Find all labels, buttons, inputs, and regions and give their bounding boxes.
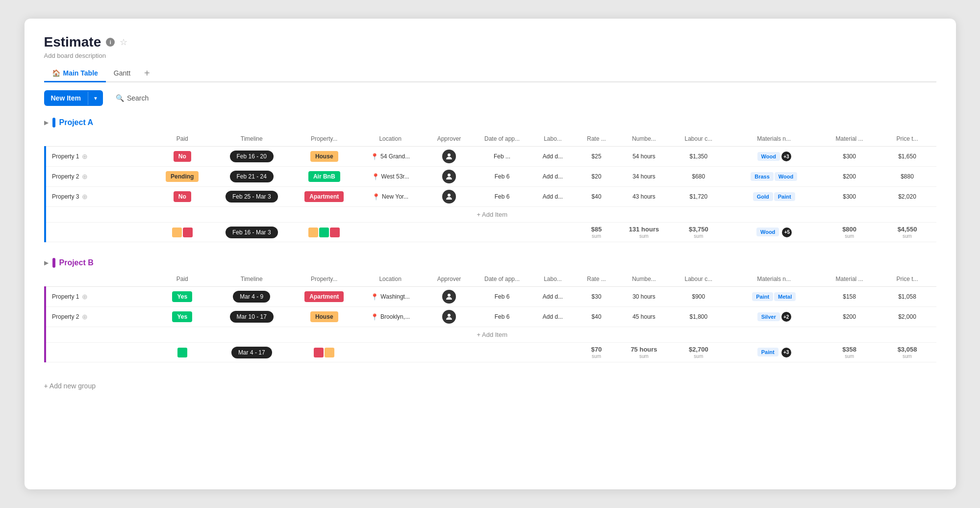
col-b-header-approver[interactable]: Approver [425,272,473,287]
col-b-header-property[interactable]: Property... [293,272,355,287]
extra-badge: +2 [781,312,791,322]
row-timeline[interactable]: Feb 25 - Mar 3 [210,187,293,207]
board-title: Estimate [44,34,101,50]
row-name-label[interactable]: Property 2 [52,173,79,180]
add-subitem-icon[interactable]: ⊕ [82,152,88,160]
row-location[interactable]: 📍 West 53r... [355,167,425,187]
row-timeline[interactable]: Mar 10 - 17 [210,307,293,327]
row-rate: $20 [575,167,618,187]
sum-paid [154,223,210,242]
caret-down-icon[interactable]: ▼ [88,92,103,105]
row-name: Property 2 ⊕ [48,307,154,327]
row-timeline[interactable]: Feb 21 - 24 [210,167,293,187]
new-item-button[interactable]: New Item ▼ [44,90,103,106]
row-location[interactable]: 📍 Washingt... [355,287,425,307]
col-header-property[interactable]: Property... [293,131,355,147]
row-location[interactable]: 📍 54 Grand... [355,147,425,167]
row-property-type[interactable]: House [293,307,355,327]
table-row: Property 3 ⊕ No Feb 25 - Mar 3 Apartment… [45,187,936,207]
add-subitem-icon[interactable]: ⊕ [82,173,88,180]
add-new-group[interactable]: + Add new group [44,378,936,394]
collapse-icon[interactable]: ▶ [44,119,49,126]
col-header-location[interactable]: Location [355,131,425,147]
collapse-b-icon[interactable]: ▶ [44,259,49,266]
search-button[interactable]: 🔍 Search [111,91,153,105]
group-a-title[interactable]: Project A [59,118,94,127]
add-item-row[interactable]: + Add Item [45,327,936,343]
col-header-number[interactable]: Numbe... [618,131,670,147]
row-name: Property 1 ⊕ [48,147,154,167]
location-text: Brooklyn,... [380,313,410,320]
col-b-header-matcost[interactable]: Material ... [821,272,879,287]
row-timeline[interactable]: Mar 4 - 9 [210,287,293,307]
col-header-matcost[interactable]: Material ... [821,131,879,147]
row-materials: Silver+2 [728,307,821,327]
row-property-type[interactable]: Air BnB [293,167,355,187]
row-paid[interactable]: No [154,187,210,207]
row-approver[interactable] [425,287,473,307]
row-location[interactable]: 📍 New Yor... [355,187,425,207]
row-location[interactable]: 📍 Brooklyn,... [355,307,425,327]
star-icon[interactable]: ☆ [120,37,127,48]
group-b-title[interactable]: Project B [59,258,94,267]
row-approver[interactable] [425,147,473,167]
row-paid[interactable]: Pending [154,167,210,187]
col-b-header-matn[interactable]: Materials n... [728,272,821,287]
tab-add[interactable]: + [138,66,156,81]
col-b-header-location[interactable]: Location [355,272,425,287]
row-approver[interactable] [425,187,473,207]
row-name-label[interactable]: Property 2 [52,313,79,320]
row-approver[interactable] [425,307,473,327]
col-b-header-timeline[interactable]: Timeline [210,272,293,287]
row-name-label[interactable]: Property 1 [52,153,79,160]
add-subitem-icon[interactable]: ⊕ [82,313,88,321]
row-date-app: Feb 6 [473,187,531,207]
col-header-dateapp[interactable]: Date of app... [473,131,531,147]
row-date-app: Feb 6 [473,287,531,307]
board-header: Estimate i ☆ Add board description [44,34,936,59]
row-timeline[interactable]: Feb 16 - 20 [210,147,293,167]
row-labour: Add d... [531,187,575,207]
row-date-app: Feb 6 [473,167,531,187]
col-b-header-rate[interactable]: Rate ... [575,272,618,287]
add-item-label[interactable]: + Add Item [48,207,936,223]
info-icon[interactable]: i [106,38,115,47]
add-subitem-icon[interactable]: ⊕ [82,293,88,301]
row-property-type[interactable]: Apartment [293,287,355,307]
col-header-timeline[interactable]: Timeline [210,131,293,147]
material-tag: Metal [774,292,796,301]
add-item-row[interactable]: + Add Item [45,207,936,223]
row-materials: Wood+3 [728,147,821,167]
col-b-header-labourc[interactable]: Labour c... [670,272,728,287]
row-approver[interactable] [425,167,473,187]
sum-row: Mar 4 - 17 $70sum 75 hourssum $2,700sum … [45,343,936,362]
col-header-price[interactable]: Price t... [879,131,936,147]
row-paid[interactable]: Yes [154,287,210,307]
row-paid[interactable]: Yes [154,307,210,327]
sum-paid [154,343,210,362]
col-b-header-price[interactable]: Price t... [879,272,936,287]
col-header-matn[interactable]: Materials n... [728,131,821,147]
col-b-header-paid[interactable]: Paid [154,272,210,287]
row-property-type[interactable]: Apartment [293,187,355,207]
col-header-paid[interactable]: Paid [154,131,210,147]
col-header-rate[interactable]: Rate ... [575,131,618,147]
add-item-label[interactable]: + Add Item [48,327,936,343]
row-name-label[interactable]: Property 3 [52,193,79,200]
location-pin-icon: 📍 [371,153,378,160]
col-b-header-labour[interactable]: Labo... [531,272,575,287]
row-name-label[interactable]: Property 1 [52,293,79,300]
col-header-labour[interactable]: Labo... [531,131,575,147]
row-materials: GoldPaint [728,187,821,207]
row-property-type[interactable]: House [293,147,355,167]
col-header-approver[interactable]: Approver [425,131,473,147]
col-b-header-number[interactable]: Numbe... [618,272,670,287]
col-header-labourc[interactable]: Labour c... [670,131,728,147]
row-price-total: $880 [879,167,936,187]
add-subitem-icon[interactable]: ⊕ [82,193,88,201]
col-b-header-dateapp[interactable]: Date of app... [473,272,531,287]
tab-main-table[interactable]: 🏠 Main Table [44,65,106,82]
tab-gantt[interactable]: Gantt [106,65,138,82]
project-b-table: Paid Timeline Property... Location Appro… [44,272,936,362]
row-paid[interactable]: No [154,147,210,167]
